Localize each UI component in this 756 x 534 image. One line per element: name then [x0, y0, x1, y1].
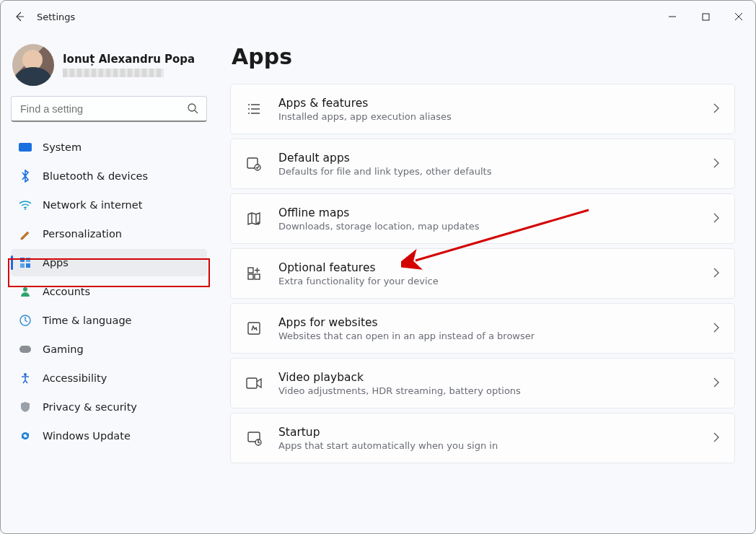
back-arrow-icon [14, 11, 25, 22]
card-default-apps[interactable]: Default apps Defaults for file and link … [230, 139, 735, 189]
sidebar-item-label: Apps [43, 257, 69, 268]
svg-rect-3 [20, 258, 25, 262]
window-title: Settings [37, 12, 75, 22]
chevron-right-icon [713, 377, 720, 390]
default-apps-icon [245, 155, 263, 172]
svg-rect-4 [26, 258, 30, 262]
card-optional-features[interactable]: Optional features Extra functionality fo… [230, 248, 735, 299]
gaming-icon [18, 342, 32, 356]
time-language-icon [18, 313, 32, 328]
apps-icon [18, 255, 32, 270]
sidebar-item-label: System [43, 141, 82, 153]
close-icon [734, 12, 743, 21]
svg-rect-5 [20, 263, 25, 268]
window-controls [656, 5, 755, 28]
maximize-button[interactable] [689, 5, 722, 28]
card-apps-for-websites[interactable]: Apps for websites Websites that can open… [230, 303, 735, 354]
sidebar-item-privacy[interactable]: Privacy & security [11, 393, 207, 421]
back-button[interactable] [5, 2, 34, 31]
sidebar-item-label: Network & internet [43, 199, 142, 211]
sidebar-item-label: Gaming [43, 343, 84, 355]
card-video-playback[interactable]: Video playback Video adjustments, HDR st… [230, 358, 735, 408]
bluetooth-icon [18, 169, 32, 183]
apps-features-icon [245, 100, 263, 118]
sidebar: Ionuț Alexandru Popa System Bluetooth & … [1, 32, 217, 533]
card-startup[interactable]: Startup Apps that start automatically wh… [230, 413, 735, 463]
svg-rect-6 [26, 263, 30, 268]
windows-update-icon [18, 429, 32, 443]
card-title: Startup [278, 426, 697, 439]
svg-point-7 [23, 287, 27, 292]
page-title: Apps [232, 44, 735, 69]
sidebar-item-apps[interactable]: Apps [11, 249, 207, 276]
apps-for-websites-icon [245, 320, 263, 337]
user-account-button[interactable]: Ionuț Alexandru Popa [11, 41, 207, 96]
close-button[interactable] [722, 5, 755, 28]
card-title: Video playback [278, 371, 697, 384]
search-input[interactable] [11, 96, 207, 122]
sidebar-item-windows-update[interactable]: Windows Update [11, 422, 207, 450]
sidebar-item-label: Time & language [43, 315, 132, 326]
sidebar-item-time-language[interactable]: Time & language [11, 307, 207, 334]
sidebar-item-label: Accounts [43, 286, 90, 297]
card-offline-maps[interactable]: Offline maps Downloads, storage location… [230, 193, 735, 244]
titlebar: Settings [1, 1, 755, 32]
minimize-button[interactable] [656, 5, 689, 28]
sidebar-item-accounts[interactable]: Accounts [11, 278, 207, 305]
system-icon [18, 140, 32, 154]
card-title: Apps & features [278, 97, 697, 110]
card-subtitle: Video adjustments, HDR streaming, batter… [278, 385, 697, 396]
chevron-right-icon [713, 212, 720, 226]
svg-point-1 [188, 104, 195, 111]
card-list: Apps & features Installed apps, app exec… [230, 84, 735, 463]
user-email-obscured [63, 69, 164, 77]
svg-rect-14 [248, 274, 253, 279]
search-icon [187, 102, 198, 117]
chevron-right-icon [713, 432, 720, 445]
card-subtitle: Downloads, storage location, map updates [278, 221, 697, 232]
sidebar-item-label: Bluetooth & devices [43, 170, 148, 182]
card-subtitle: Installed apps, app execution aliases [278, 111, 697, 122]
sidebar-item-bluetooth[interactable]: Bluetooth & devices [11, 162, 207, 190]
optional-features-icon [245, 265, 263, 282]
svg-point-10 [24, 373, 27, 376]
maximize-icon [702, 13, 710, 21]
sidebar-item-accessibility[interactable]: Accessibility [11, 364, 207, 392]
minimize-icon [668, 12, 677, 21]
card-subtitle: Extra functionality for your device [278, 276, 697, 286]
svg-rect-15 [255, 274, 260, 279]
sidebar-item-label: Personalization [43, 228, 122, 240]
sidebar-item-gaming[interactable]: Gaming [11, 336, 207, 363]
search-box[interactable] [11, 96, 207, 122]
svg-rect-17 [247, 378, 257, 388]
svg-rect-9 [19, 346, 31, 353]
personalization-icon [18, 227, 32, 241]
video-playback-icon [245, 375, 263, 392]
card-subtitle: Websites that can open in an app instead… [278, 331, 697, 341]
chevron-right-icon [713, 267, 720, 281]
content-area: Apps Apps & features Installed apps, app… [217, 32, 755, 533]
chevron-right-icon [713, 322, 720, 336]
sidebar-item-label: Privacy & security [43, 401, 137, 413]
card-title: Optional features [278, 261, 697, 274]
card-title: Apps for websites [278, 316, 697, 329]
sidebar-item-personalization[interactable]: Personalization [11, 220, 207, 248]
sidebar-item-network[interactable]: Network & internet [11, 191, 207, 219]
chevron-right-icon [713, 157, 720, 171]
sidebar-item-label: Accessibility [43, 372, 107, 384]
card-subtitle: Defaults for file and link types, other … [278, 166, 697, 177]
svg-rect-13 [248, 268, 253, 273]
nav-list: System Bluetooth & devices Network & int… [11, 134, 207, 450]
network-icon [18, 198, 32, 212]
user-name: Ionuț Alexandru Popa [63, 53, 195, 66]
card-title: Default apps [278, 152, 697, 165]
accessibility-icon [18, 371, 32, 385]
sidebar-item-system[interactable]: System [11, 134, 207, 161]
svg-point-2 [25, 209, 26, 210]
accounts-icon [18, 284, 32, 299]
avatar [12, 44, 54, 86]
privacy-icon [18, 400, 32, 414]
offline-maps-icon [245, 210, 263, 227]
card-apps-features[interactable]: Apps & features Installed apps, app exec… [230, 84, 735, 134]
chevron-right-icon [713, 102, 720, 116]
